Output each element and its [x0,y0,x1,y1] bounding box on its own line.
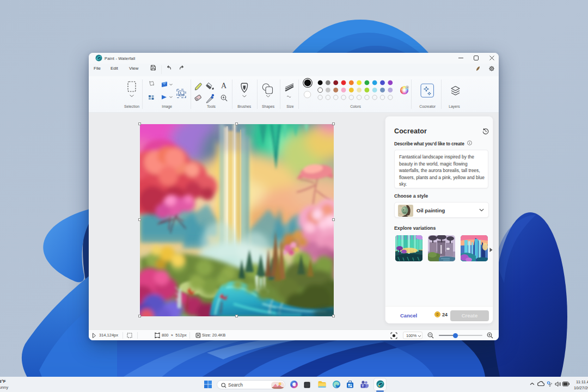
svg-text:Image: Image [162,105,172,109]
svg-text:Selection: Selection [124,105,139,108]
svg-text:Size: Size [286,105,293,108]
svg-text:Colors: Colors [350,105,361,108]
svg-text:A: A [221,82,227,90]
svg-text:Shapes: Shapes [262,105,275,109]
svg-text:Brushes: Brushes [237,105,252,108]
svg-text:Cocreator: Cocreator [419,105,436,108]
svg-text:Tools: Tools [207,105,216,108]
svg-text:Layers: Layers [449,105,460,109]
